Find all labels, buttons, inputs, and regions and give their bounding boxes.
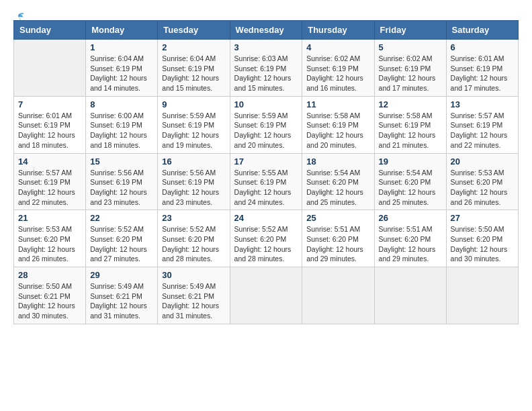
logo-bird-icon <box>12 11 26 24</box>
day-number: 8 <box>90 99 153 109</box>
calendar-cell <box>14 40 86 97</box>
calendar-week-3: 14Sunrise: 5:57 AM Sunset: 6:19 PM Dayli… <box>14 153 519 210</box>
calendar-cell: 22Sunrise: 5:52 AM Sunset: 6:20 PM Dayli… <box>86 210 158 267</box>
calendar-cell: 9Sunrise: 5:59 AM Sunset: 6:19 PM Daylig… <box>158 96 230 153</box>
day-number: 13 <box>451 99 514 109</box>
calendar-cell: 25Sunrise: 5:51 AM Sunset: 6:20 PM Dayli… <box>302 210 374 267</box>
day-info: Sunrise: 5:52 AM Sunset: 6:20 PM Dayligh… <box>90 224 153 264</box>
calendar-cell: 28Sunrise: 5:50 AM Sunset: 6:21 PM Dayli… <box>14 267 86 324</box>
day-number: 5 <box>379 42 442 52</box>
calendar-week-2: 7Sunrise: 6:01 AM Sunset: 6:19 PM Daylig… <box>14 96 519 153</box>
calendar-cell: 1Sunrise: 6:04 AM Sunset: 6:19 PM Daylig… <box>86 40 158 97</box>
calendar-cell: 14Sunrise: 5:57 AM Sunset: 6:19 PM Dayli… <box>14 153 86 210</box>
day-info: Sunrise: 5:52 AM Sunset: 6:20 PM Dayligh… <box>162 224 225 264</box>
calendar-cell: 23Sunrise: 5:52 AM Sunset: 6:20 PM Dayli… <box>158 210 230 267</box>
day-number: 1 <box>90 42 153 52</box>
day-info: Sunrise: 5:57 AM Sunset: 6:19 PM Dayligh… <box>451 111 514 150</box>
day-info: Sunrise: 6:00 AM Sunset: 6:19 PM Dayligh… <box>90 111 153 150</box>
day-number: 3 <box>234 42 298 52</box>
day-info: Sunrise: 5:57 AM Sunset: 6:19 PM Dayligh… <box>18 168 81 208</box>
day-number: 24 <box>234 213 298 223</box>
calendar-cell: 17Sunrise: 5:55 AM Sunset: 6:19 PM Dayli… <box>230 153 302 210</box>
day-info: Sunrise: 5:50 AM Sunset: 6:21 PM Dayligh… <box>18 281 81 321</box>
day-number: 29 <box>90 270 153 280</box>
calendar-cell: 12Sunrise: 5:58 AM Sunset: 6:19 PM Dayli… <box>374 96 446 153</box>
calendar-cell <box>446 267 518 324</box>
day-number: 6 <box>451 42 514 52</box>
day-number: 9 <box>162 99 225 109</box>
day-info: Sunrise: 5:53 AM Sunset: 6:20 PM Dayligh… <box>451 168 514 208</box>
calendar-cell: 3Sunrise: 6:03 AM Sunset: 6:19 PM Daylig… <box>230 40 302 97</box>
calendar-week-5: 28Sunrise: 5:50 AM Sunset: 6:21 PM Dayli… <box>14 267 519 324</box>
calendar-week-1: 1Sunrise: 6:04 AM Sunset: 6:19 PM Daylig… <box>14 40 519 97</box>
calendar-cell <box>230 267 302 324</box>
day-number: 16 <box>162 156 225 167</box>
day-number: 7 <box>18 99 81 109</box>
day-info: Sunrise: 5:59 AM Sunset: 6:19 PM Dayligh… <box>234 111 298 150</box>
calendar-cell: 8Sunrise: 6:00 AM Sunset: 6:19 PM Daylig… <box>86 96 158 153</box>
header-day-monday: Monday <box>86 21 158 40</box>
header-day-saturday: Saturday <box>446 21 518 40</box>
day-info: Sunrise: 6:04 AM Sunset: 6:19 PM Dayligh… <box>162 54 225 93</box>
calendar-cell: 20Sunrise: 5:53 AM Sunset: 6:20 PM Dayli… <box>446 153 518 210</box>
calendar-header-row: SundayMondayTuesdayWednesdayThursdayFrid… <box>14 21 519 40</box>
day-number: 28 <box>18 270 81 280</box>
calendar-cell: 24Sunrise: 5:52 AM Sunset: 6:20 PM Dayli… <box>230 210 302 267</box>
day-number: 4 <box>306 42 369 52</box>
day-info: Sunrise: 5:56 AM Sunset: 6:19 PM Dayligh… <box>90 168 153 208</box>
day-number: 18 <box>306 156 369 167</box>
day-number: 27 <box>451 213 514 223</box>
calendar-cell: 4Sunrise: 6:02 AM Sunset: 6:19 PM Daylig… <box>302 40 374 97</box>
calendar-cell: 7Sunrise: 6:01 AM Sunset: 6:19 PM Daylig… <box>14 96 86 153</box>
calendar-table: SundayMondayTuesdayWednesdayThursdayFrid… <box>13 20 519 324</box>
calendar-cell: 5Sunrise: 6:02 AM Sunset: 6:19 PM Daylig… <box>374 40 446 97</box>
day-number: 11 <box>306 99 369 109</box>
day-info: Sunrise: 5:54 AM Sunset: 6:20 PM Dayligh… <box>379 168 442 208</box>
day-info: Sunrise: 6:04 AM Sunset: 6:19 PM Dayligh… <box>90 54 153 93</box>
day-info: Sunrise: 5:50 AM Sunset: 6:20 PM Dayligh… <box>451 224 514 264</box>
calendar-cell: 30Sunrise: 5:49 AM Sunset: 6:21 PM Dayli… <box>158 267 230 324</box>
day-info: Sunrise: 5:49 AM Sunset: 6:21 PM Dayligh… <box>90 281 153 321</box>
calendar-cell: 19Sunrise: 5:54 AM Sunset: 6:20 PM Dayli… <box>374 153 446 210</box>
day-number: 14 <box>18 156 81 167</box>
calendar-cell: 26Sunrise: 5:51 AM Sunset: 6:20 PM Dayli… <box>374 210 446 267</box>
day-number: 26 <box>379 213 442 223</box>
day-info: Sunrise: 5:58 AM Sunset: 6:19 PM Dayligh… <box>306 111 369 150</box>
header-day-friday: Friday <box>374 21 446 40</box>
day-number: 21 <box>18 213 81 223</box>
header-day-wednesday: Wednesday <box>230 21 302 40</box>
day-number: 25 <box>306 213 369 223</box>
calendar-cell: 13Sunrise: 5:57 AM Sunset: 6:19 PM Dayli… <box>446 96 518 153</box>
day-number: 23 <box>162 213 225 223</box>
day-number: 22 <box>90 213 153 223</box>
day-info: Sunrise: 6:02 AM Sunset: 6:19 PM Dayligh… <box>379 54 442 93</box>
day-info: Sunrise: 5:51 AM Sunset: 6:20 PM Dayligh… <box>379 224 442 264</box>
day-info: Sunrise: 5:58 AM Sunset: 6:19 PM Dayligh… <box>379 111 442 150</box>
calendar-cell: 29Sunrise: 5:49 AM Sunset: 6:21 PM Dayli… <box>86 267 158 324</box>
calendar-cell: 6Sunrise: 6:01 AM Sunset: 6:19 PM Daylig… <box>446 40 518 97</box>
day-number: 2 <box>162 42 225 52</box>
day-number: 30 <box>162 270 225 280</box>
calendar-cell: 11Sunrise: 5:58 AM Sunset: 6:19 PM Dayli… <box>302 96 374 153</box>
calendar-body: 1Sunrise: 6:04 AM Sunset: 6:19 PM Daylig… <box>14 40 519 324</box>
calendar-week-4: 21Sunrise: 5:53 AM Sunset: 6:20 PM Dayli… <box>14 210 519 267</box>
day-number: 17 <box>234 156 298 167</box>
day-info: Sunrise: 6:02 AM Sunset: 6:19 PM Dayligh… <box>306 54 369 93</box>
day-info: Sunrise: 5:53 AM Sunset: 6:20 PM Dayligh… <box>18 224 81 264</box>
day-info: Sunrise: 6:01 AM Sunset: 6:19 PM Dayligh… <box>451 54 514 93</box>
day-info: Sunrise: 5:51 AM Sunset: 6:20 PM Dayligh… <box>306 224 369 264</box>
day-info: Sunrise: 6:03 AM Sunset: 6:19 PM Dayligh… <box>234 54 298 93</box>
calendar-cell: 10Sunrise: 5:59 AM Sunset: 6:19 PM Dayli… <box>230 96 302 153</box>
day-info: Sunrise: 5:49 AM Sunset: 6:21 PM Dayligh… <box>162 281 225 321</box>
day-info: Sunrise: 5:54 AM Sunset: 6:20 PM Dayligh… <box>306 168 369 208</box>
calendar-cell <box>302 267 374 324</box>
day-info: Sunrise: 5:56 AM Sunset: 6:19 PM Dayligh… <box>162 168 225 208</box>
day-number: 12 <box>379 99 442 109</box>
calendar-cell: 18Sunrise: 5:54 AM Sunset: 6:20 PM Dayli… <box>302 153 374 210</box>
header-day-tuesday: Tuesday <box>158 21 230 40</box>
calendar-cell: 16Sunrise: 5:56 AM Sunset: 6:19 PM Dayli… <box>158 153 230 210</box>
calendar-cell <box>374 267 446 324</box>
day-number: 20 <box>451 156 514 167</box>
calendar-cell: 2Sunrise: 6:04 AM Sunset: 6:19 PM Daylig… <box>158 40 230 97</box>
day-number: 19 <box>379 156 442 167</box>
